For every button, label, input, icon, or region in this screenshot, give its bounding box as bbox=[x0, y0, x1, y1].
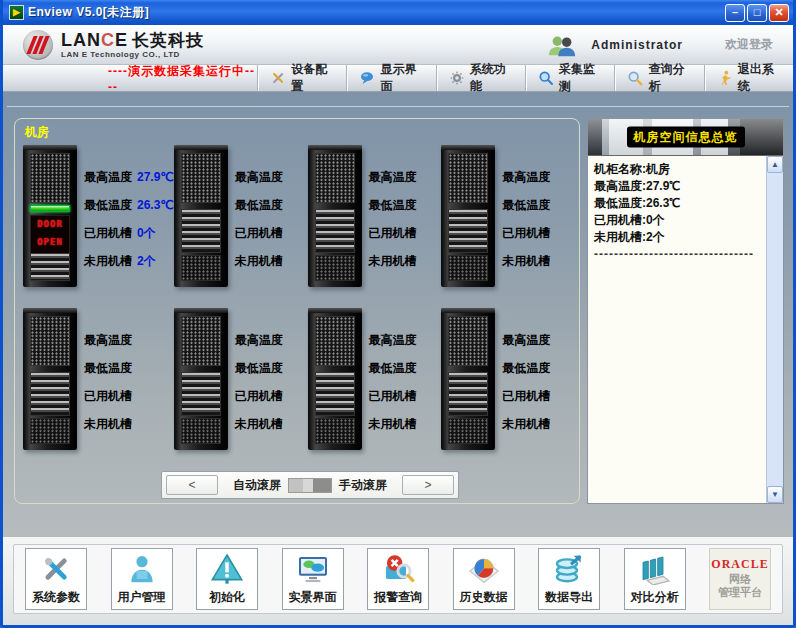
cabinet-3[interactable]: 最高温度最低温度已用机槽未用机槽 bbox=[308, 141, 442, 304]
bottom-button-label: 数据导出 bbox=[545, 589, 593, 606]
button-pie-chart[interactable]: 历史数据 bbox=[453, 548, 515, 610]
bottom-bar: 系统参数用户管理初始化实景界面报警查询历史数据数据导出对比分析 ORACLE 网… bbox=[3, 537, 793, 625]
cabinet-field-label: 最高温度 bbox=[84, 333, 132, 347]
cabinet-5[interactable]: 最高温度最低温度已用机槽未用机槽 bbox=[23, 304, 174, 467]
oracle-label: 网络 管理平台 bbox=[718, 573, 762, 599]
button-compare[interactable]: 对比分析 bbox=[624, 548, 686, 610]
cabinet-field-label: 已用机槽 bbox=[369, 226, 417, 240]
scroll-next-button[interactable]: > bbox=[402, 475, 454, 495]
cabinet-2[interactable]: 最高温度最低温度已用机槽未用机槽 bbox=[174, 141, 308, 304]
gear-icon bbox=[449, 70, 465, 86]
query-analysis-button[interactable]: 查询分析 bbox=[614, 65, 703, 91]
lance-logo-icon bbox=[23, 30, 53, 60]
cabinet-1[interactable]: DOOROPEN最高温度27.9℃最低温度26.3℃已用机槽0个未用机槽2个 bbox=[23, 141, 174, 304]
cabinet-field-label: 已用机槽 bbox=[84, 389, 132, 403]
scroll-mode-slider[interactable] bbox=[288, 478, 332, 493]
cabinet-4[interactable]: 最高温度最低温度已用机槽未用机槽 bbox=[441, 141, 575, 304]
toolbar: ----演示数据采集运行中---- 设备配置 显示界面 系统功能 采集监测 查询… bbox=[3, 65, 793, 92]
cabinet-grid: DOOROPEN最高温度27.9℃最低温度26.3℃已用机槽0个未用机槽2个最高… bbox=[23, 141, 575, 467]
welcome-login-link[interactable]: 欢迎登录 bbox=[725, 36, 773, 53]
cabinet-field-label: 已用机槽 bbox=[502, 226, 550, 240]
scroll-control: < 自动滚屏 手动滚屏 > bbox=[161, 471, 459, 499]
cabinet-field-label: 未用机槽 bbox=[84, 417, 132, 431]
users-icon bbox=[547, 33, 577, 57]
cabinet-field-label: 已用机槽 bbox=[502, 389, 550, 403]
cabinet-7[interactable]: 最高温度最低温度已用机槽未用机槽 bbox=[308, 304, 442, 467]
button-screen-chat[interactable]: 实景界面 bbox=[282, 548, 344, 610]
cabinet-field-label: 已用机槽 bbox=[235, 226, 283, 240]
scroll-prev-button[interactable]: < bbox=[166, 475, 218, 495]
tool-button-label: 设备配置 bbox=[291, 61, 334, 95]
compare-icon bbox=[638, 549, 672, 589]
button-alarm-search[interactable]: 报警查询 bbox=[367, 548, 429, 610]
minimize-button[interactable]: – bbox=[725, 4, 745, 22]
exit-icon bbox=[717, 70, 733, 86]
cabinet-8[interactable]: 最高温度最低温度已用机槽未用机槽 bbox=[441, 304, 575, 467]
collect-monitor-button[interactable]: 采集监测 bbox=[525, 65, 614, 91]
info-panel: 机房空间信息总览 机柜名称:机房最高温度:27.9℃最低温度:26.3℃已用机槽… bbox=[587, 118, 784, 504]
bottom-button-strip: 系统参数用户管理初始化实景界面报警查询历史数据数据导出对比分析 ORACLE 网… bbox=[13, 544, 783, 614]
info-line: 机柜名称:机房 bbox=[594, 161, 764, 178]
cabinet-field-label: 最高温度 bbox=[84, 170, 132, 184]
cabinet-field-label: 最高温度 bbox=[369, 170, 417, 184]
cabinet-field-label: 未用机槽 bbox=[235, 417, 283, 431]
main-area: 机房 DOOROPEN最高温度27.9℃最低温度26.3℃已用机槽0个未用机槽2… bbox=[3, 92, 793, 537]
cabinet-field-label: 未用机槽 bbox=[369, 417, 417, 431]
info-line: 已用机槽:0个 bbox=[594, 212, 764, 229]
button-user[interactable]: 用户管理 bbox=[111, 548, 173, 610]
bottom-button-label: 报警查询 bbox=[374, 589, 422, 606]
info-line: 未用机槽:2个 bbox=[594, 229, 764, 246]
auto-scroll-label: 自动滚屏 bbox=[233, 477, 281, 494]
cabinet-field-label: 未用机槽 bbox=[502, 254, 550, 268]
cabinet-field-label: 最低温度 bbox=[502, 361, 550, 375]
tool-button-label: 采集监测 bbox=[559, 61, 602, 95]
brand-logo: LANCE长英科技 LAN E Technology CO., LTD bbox=[23, 30, 204, 60]
search-icon bbox=[627, 70, 643, 86]
server-cabinet-graphic bbox=[174, 308, 228, 450]
oracle-platform-button[interactable]: ORACLE 网络 管理平台 bbox=[709, 548, 771, 610]
tool-button-label: 显示界面 bbox=[380, 61, 423, 95]
device-config-button[interactable]: 设备配置 bbox=[257, 65, 346, 91]
room-label: 机房 bbox=[25, 124, 49, 141]
info-line: 最低温度:26.3℃ bbox=[594, 195, 764, 212]
cabinet-6[interactable]: 最高温度最低温度已用机槽未用机槽 bbox=[174, 304, 308, 467]
cabinet-field-label: 最低温度 bbox=[235, 198, 283, 212]
server-cabinet-graphic bbox=[441, 308, 495, 450]
cabinet-field-value: 27.9℃ bbox=[137, 170, 174, 184]
server-cabinet-graphic bbox=[308, 308, 362, 450]
scroll-down-icon[interactable]: ▼ bbox=[767, 486, 783, 503]
button-warning[interactable]: 初始化 bbox=[196, 548, 258, 610]
tools-icon bbox=[39, 549, 73, 589]
bottom-button-label: 实景界面 bbox=[289, 589, 337, 606]
close-button[interactable]: ✕ bbox=[769, 4, 789, 22]
maximize-button[interactable]: □ bbox=[747, 4, 767, 22]
pie-chart-icon bbox=[467, 549, 501, 589]
chat-bubble-icon bbox=[359, 70, 375, 86]
user-icon bbox=[125, 549, 159, 589]
bottom-button-label: 历史数据 bbox=[460, 589, 508, 606]
screen-chat-icon bbox=[296, 549, 330, 589]
database-export-icon bbox=[552, 549, 586, 589]
cabinet-field-label: 最低温度 bbox=[369, 198, 417, 212]
bottom-button-label: 初始化 bbox=[209, 589, 245, 606]
brand-name: LANCE长英科技 bbox=[61, 31, 204, 50]
tool-button-label: 退出系统 bbox=[738, 61, 781, 95]
cabinet-field-label: 已用机槽 bbox=[84, 226, 132, 240]
scroll-up-icon[interactable]: ▲ bbox=[767, 156, 783, 173]
app-icon: ▶ bbox=[9, 5, 24, 20]
cabinet-field-label: 最高温度 bbox=[369, 333, 417, 347]
tool-button-label: 系统功能 bbox=[470, 61, 513, 95]
info-scrollbar[interactable]: ▲ ▼ bbox=[766, 156, 783, 503]
display-interface-button[interactable]: 显示界面 bbox=[346, 65, 435, 91]
button-tools[interactable]: 系统参数 bbox=[25, 548, 87, 610]
cabinet-field-label: 最低温度 bbox=[502, 198, 550, 212]
info-line: 最高温度:27.9℃ bbox=[594, 178, 764, 195]
cabinet-field-value: 2个 bbox=[137, 254, 156, 268]
cabinet-field-label: 最高温度 bbox=[235, 333, 283, 347]
window-title: Enview V5.0[未注册] bbox=[28, 4, 725, 21]
room-info-text: 机柜名称:机房最高温度:27.9℃最低温度:26.3℃已用机槽:0个未用机槽:2… bbox=[588, 156, 766, 503]
monitor-search-icon bbox=[538, 70, 554, 86]
system-function-button[interactable]: 系统功能 bbox=[436, 65, 525, 91]
exit-system-button[interactable]: 退出系统 bbox=[704, 65, 793, 91]
button-database-export[interactable]: 数据导出 bbox=[538, 548, 600, 610]
